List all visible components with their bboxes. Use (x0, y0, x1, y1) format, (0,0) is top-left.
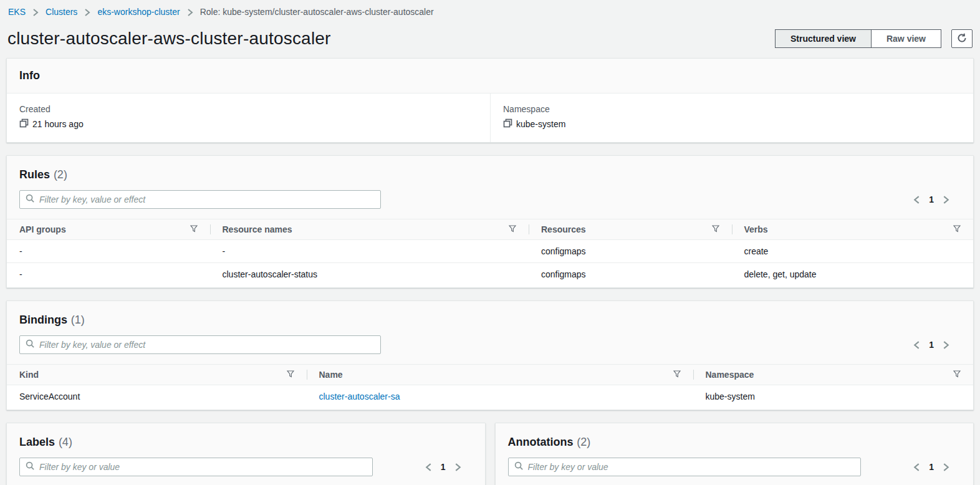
bindings-prev-page-button[interactable] (911, 339, 923, 351)
header-actions: Structured view Raw view (775, 29, 973, 48)
annotations-next-page-button[interactable] (940, 461, 952, 473)
labels-prev-page-button[interactable] (423, 461, 435, 473)
rules-pagination: 1 (911, 194, 961, 206)
bindings-next-page-button[interactable] (940, 339, 952, 351)
bindings-pagination: 1 (911, 339, 961, 351)
rules-title: Rules (19, 168, 50, 181)
filter-funnel-icon[interactable] (712, 224, 719, 234)
search-icon (26, 194, 35, 205)
info-field-created: Created 21 hours ago (7, 94, 490, 142)
labels-filter (19, 458, 373, 476)
annotations-filter-input[interactable] (528, 462, 855, 472)
annotations-panel: Annotations (2) 1 Key (495, 423, 974, 485)
annotations-title: Annotations (508, 436, 574, 448)
rules-next-page-button[interactable] (940, 194, 952, 206)
structured-view-button[interactable]: Structured view (775, 29, 872, 48)
annotations-prev-page-button[interactable] (911, 461, 923, 473)
labels-page-number[interactable]: 1 (441, 462, 446, 472)
info-title: Info (19, 69, 961, 82)
bindings-title: Bindings (19, 314, 67, 326)
annotations-filter (508, 458, 862, 476)
rules-page-number[interactable]: 1 (929, 194, 934, 204)
labels-pagination: 1 (423, 461, 473, 473)
breadcrumb-separator-icon (83, 8, 92, 17)
page-title: cluster-autoscaler-aws-cluster-autoscale… (7, 29, 331, 49)
bindings-filter (19, 335, 381, 354)
bindings-table: Kind Name Namespace ServiceAccount clust… (7, 364, 973, 408)
created-value: 21 hours ago (32, 119, 84, 129)
breadcrumb: EKS Clusters eks-workshop-cluster Role: … (6, 0, 974, 17)
copy-icon[interactable] (19, 118, 29, 130)
labels-count: (4) (59, 436, 72, 448)
created-label: Created (19, 104, 478, 114)
namespace-label: Namespace (503, 104, 961, 114)
info-content: Created 21 hours ago Namespace kube-syst… (7, 94, 973, 142)
namespace-value: kube-system (516, 119, 565, 129)
filter-funnel-icon[interactable] (287, 370, 294, 380)
annotations-panel-header: Annotations (2) 1 (496, 423, 974, 485)
refresh-icon (957, 33, 967, 45)
rules-panel: Rules (2) 1 API groups Resource names Re (6, 155, 974, 288)
rules-col-api-groups[interactable]: API groups (19, 224, 66, 234)
breadcrumb-separator-icon (186, 8, 195, 17)
filter-funnel-icon[interactable] (509, 224, 516, 234)
rules-col-resource-names[interactable]: Resource names (223, 224, 292, 234)
bindings-col-kind[interactable]: Kind (19, 370, 39, 380)
info-panel-header: Info (7, 59, 973, 94)
search-icon (26, 339, 35, 350)
rules-table-row: - - configmaps create (7, 240, 973, 263)
annotations-pagination: 1 (911, 461, 961, 473)
labels-title: Labels (19, 436, 55, 448)
bindings-panel: Bindings (1) 1 Kind Name Namespace (6, 300, 974, 410)
filter-funnel-icon[interactable] (190, 224, 198, 234)
bindings-count: (1) (71, 314, 85, 326)
rules-col-verbs[interactable]: Verbs (744, 224, 768, 234)
breadcrumb-link-eks[interactable]: EKS (8, 7, 26, 17)
info-field-namespace: Namespace kube-system (490, 94, 973, 142)
breadcrumb-current: Role: kube-system/cluster-autoscaler-aws… (200, 7, 434, 17)
annotations-count: (2) (577, 436, 590, 448)
breadcrumb-link-cluster-name[interactable]: eks-workshop-cluster (97, 7, 180, 17)
refresh-button[interactable] (951, 29, 973, 48)
labels-filter-input[interactable] (39, 462, 367, 472)
bindings-filter-input[interactable] (39, 340, 375, 350)
rules-filter-input[interactable] (39, 194, 375, 204)
bindings-panel-header: Bindings (1) 1 (7, 301, 973, 364)
breadcrumb-separator-icon (31, 8, 40, 17)
service-account-link[interactable]: cluster-autoscaler-sa (319, 391, 400, 401)
labels-next-page-button[interactable] (452, 461, 464, 473)
labels-annotations-row: Labels (4) 1 Key (6, 423, 974, 485)
rules-prev-page-button[interactable] (911, 194, 923, 206)
rules-count: (2) (54, 168, 67, 181)
rules-panel-header: Rules (2) 1 (7, 156, 973, 219)
bindings-col-name[interactable]: Name (319, 370, 343, 380)
copy-icon[interactable] (503, 118, 512, 130)
search-icon (514, 461, 524, 473)
search-icon (26, 461, 35, 473)
rules-filter (19, 190, 381, 209)
labels-panel-header: Labels (4) 1 (7, 423, 485, 485)
bindings-page-number[interactable]: 1 (929, 340, 934, 350)
filter-funnel-icon[interactable] (953, 370, 961, 380)
filter-funnel-icon[interactable] (953, 224, 961, 234)
breadcrumb-link-clusters[interactable]: Clusters (46, 7, 77, 17)
rules-col-resources[interactable]: Resources (541, 224, 586, 234)
view-toggle: Structured view Raw view (775, 29, 941, 48)
info-panel: Info Created 21 hours ago Namespace kube… (6, 58, 974, 143)
rules-table-row: - cluster-autoscaler-status configmaps d… (7, 263, 973, 286)
bindings-table-row: ServiceAccount cluster-autoscaler-sa kub… (7, 385, 973, 408)
page-header: cluster-autoscaler-aws-cluster-autoscale… (7, 29, 973, 49)
annotations-page-number[interactable]: 1 (929, 462, 934, 472)
filter-funnel-icon[interactable] (673, 370, 681, 380)
rules-table: API groups Resource names Resources Verb… (7, 219, 973, 286)
bindings-col-namespace[interactable]: Namespace (706, 370, 754, 380)
raw-view-button[interactable]: Raw view (872, 29, 941, 48)
eks-role-detail-page: EKS Clusters eks-workshop-cluster Role: … (0, 0, 980, 485)
labels-panel: Labels (4) 1 Key (6, 423, 486, 485)
